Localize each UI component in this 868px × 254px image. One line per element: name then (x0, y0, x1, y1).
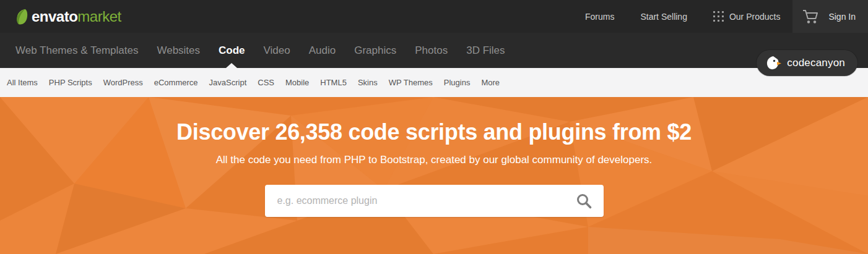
subnav-mobile[interactable]: Mobile (280, 78, 315, 87)
nav-item-code[interactable]: Code (209, 33, 254, 68)
subnav-ecommerce[interactable]: eCommerce (149, 78, 204, 87)
search-button[interactable] (576, 193, 592, 210)
active-tab-caret (226, 63, 237, 68)
logo-text-market: market (77, 8, 121, 25)
nav-item-3d-files[interactable]: 3D Files (457, 33, 514, 68)
subnav-html5[interactable]: HTML5 (315, 78, 352, 87)
grid-icon (713, 11, 729, 22)
hero-banner: Discover 26,358 code scripts and plugins… (0, 97, 868, 254)
subnav-php-scripts[interactable]: PHP Scripts (43, 78, 98, 87)
nav-item-websites[interactable]: Websites (147, 33, 209, 68)
sign-in-label: Sign In (828, 12, 856, 22)
topbar-right: Forums Start Selling Our Products (585, 0, 868, 33)
codecanyon-badge[interactable]: codecanyon (757, 50, 857, 76)
hero-subheading: All the code you need from PHP to Bootst… (216, 153, 653, 167)
subnav-wordpress[interactable]: WordPress (98, 78, 149, 87)
top-bar: envatomarket Forums Start Selling Our Pr… (0, 0, 868, 33)
envato-market-logo[interactable]: envatomarket (15, 8, 121, 25)
subnav-all-items[interactable]: All Items (1, 78, 43, 87)
our-products-menu[interactable]: Our Products (713, 11, 780, 22)
search-box (265, 185, 604, 217)
cart-icon (802, 9, 828, 24)
subnav-skins[interactable]: Skins (352, 78, 383, 87)
nav-item-photos[interactable]: Photos (406, 33, 457, 68)
search-icon (576, 193, 592, 210)
sign-in-button[interactable]: Sign In (792, 0, 868, 33)
main-navigation: Web Themes & Templates Websites Code Vid… (0, 33, 868, 68)
nav-item-graphics[interactable]: Graphics (345, 33, 406, 68)
subnav-css[interactable]: CSS (252, 78, 280, 87)
subnav-javascript[interactable]: JavaScript (204, 78, 253, 87)
category-subnav: All Items PHP Scripts WordPress eCommerc… (0, 68, 868, 97)
forums-link[interactable]: Forums (585, 12, 614, 22)
envato-leaf-icon (15, 9, 32, 25)
nav-item-audio[interactable]: Audio (300, 33, 345, 68)
nav-item-video[interactable]: Video (254, 33, 300, 68)
logo-text-envato: envato (32, 8, 77, 25)
hero-content: Discover 26,358 code scripts and plugins… (0, 97, 868, 217)
codecanyon-bird-icon (765, 55, 787, 72)
search-input[interactable] (277, 185, 576, 217)
subnav-wp-themes[interactable]: WP Themes (383, 78, 438, 87)
start-selling-link[interactable]: Start Selling (640, 12, 687, 22)
hero-heading: Discover 26,358 code scripts and plugins… (176, 120, 692, 145)
subnav-more[interactable]: More (475, 78, 505, 87)
codecanyon-label: codecanyon (787, 57, 845, 69)
our-products-label: Our Products (729, 12, 780, 22)
nav-item-web-themes[interactable]: Web Themes & Templates (6, 33, 147, 68)
subnav-plugins[interactable]: Plugins (438, 78, 476, 87)
